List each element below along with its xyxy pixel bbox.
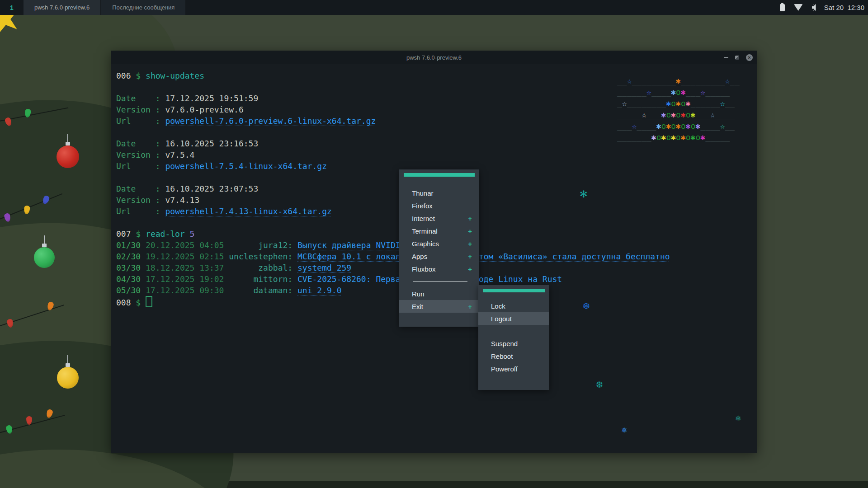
ascii-tree-row: _____☆___✱o✱o✱o✱___☆____: [617, 109, 740, 120]
taskbar-task[interactable]: pwsh 7.6.0-preview.6: [24, 0, 100, 15]
submenu-item-reboot[interactable]: Reboot: [478, 350, 549, 362]
maximize-button[interactable]: [735, 56, 739, 60]
terminal-text: Version :: [116, 195, 165, 205]
terminal-link[interactable]: systemd 259: [297, 263, 351, 272]
menu-item-fluxbox[interactable]: Fluxbox+: [399, 263, 479, 275]
systray: Sat 20 12:30: [780, 0, 868, 15]
terminal-text: Url :: [116, 161, 165, 171]
terminal-text: v7.6.0-preview.6: [165, 105, 243, 114]
snowflake-icon: ❅: [621, 427, 627, 434]
terminal-text: 18.12.2025 13:37: [146, 263, 229, 272]
menu-item-label: Thunar: [412, 189, 434, 197]
terminal-text: v7.4.13: [165, 195, 199, 205]
menu-item-internet[interactable]: Internet+: [399, 212, 479, 225]
ornament-wire: [67, 355, 68, 363]
menu-item-label: Lock: [491, 302, 505, 310]
terminal-line: 007 $ read-lor 5: [116, 228, 670, 239]
terminal-line: Url : powershell-7.5.4-linux-x64.tar.gz: [116, 160, 670, 172]
exit-submenu: LockLogoutSuspendRebootPoweroff: [478, 285, 549, 390]
ascii-tree-row: _______✱o✱o✱o✱o✱o✱_____: [617, 131, 740, 143]
submenu-item-poweroff[interactable]: Poweroff: [478, 362, 549, 375]
ascii-tree-row: _______ _____: [617, 143, 740, 154]
menu-item-exit[interactable]: Exit+: [399, 300, 479, 313]
workspace-indicator[interactable]: 1: [0, 0, 24, 15]
submenu-item-lock[interactable]: Lock: [478, 300, 549, 312]
terminal-text: read-lor: [146, 229, 190, 239]
window-titlebar[interactable]: pwsh 7.6.0-preview.6 ×: [111, 51, 757, 64]
terminal-text: Date :: [116, 139, 165, 148]
submenu-items: LockLogoutSuspendRebootPoweroff: [478, 300, 549, 375]
terminal-text: $: [136, 71, 146, 80]
terminal-text: unclestephen:: [229, 252, 297, 261]
submenu-item-suspend[interactable]: Suspend: [478, 337, 549, 350]
menu-separator: [492, 331, 538, 331]
menu-items: ThunarFirefoxInternet+Terminal+Graphics+…: [399, 187, 479, 313]
ascii-tree-art: __☆_________✱_________☆________☆____✱o✱_…: [617, 75, 740, 154]
terminal-text: Version :: [116, 105, 165, 114]
terminal-text: Url :: [116, 116, 165, 126]
submenu-plus-icon: +: [468, 253, 472, 260]
menu-item-firefox[interactable]: Firefox: [399, 199, 479, 212]
ornament-sphere: [57, 145, 79, 168]
close-button[interactable]: ×: [746, 54, 753, 61]
terminal-link[interactable]: МСВСфера 10.1 с локальным ИИ-ассистентом…: [297, 252, 670, 261]
terminal-line: 02/30 19.12.2025 02:15 unclestephen: МСВ…: [116, 251, 670, 262]
terminal-text: 5: [190, 229, 195, 239]
window-title: pwsh 7.6.0-preview.6: [406, 54, 462, 61]
terminal-text: 17.12.2025 19:51:59: [165, 94, 258, 103]
ornament-cap: [66, 142, 70, 145]
ornament-ball: [57, 367, 79, 389]
submenu-plus-icon: +: [468, 240, 472, 248]
terminal-line: [116, 172, 670, 183]
taskbar-task[interactable]: Последние сообщения: [101, 0, 185, 15]
menu-item-thunar[interactable]: Thunar: [399, 187, 479, 199]
menu-item-label: Apps: [412, 253, 427, 260]
terminal-text: dataman:: [229, 286, 297, 295]
menu-item-apps[interactable]: Apps+: [399, 250, 479, 263]
terminal-line: Date : 16.10.2025 23:16:53: [116, 138, 670, 149]
terminal-text: 16.10.2025 23:16:53: [165, 139, 258, 148]
menu-title-bar[interactable]: [404, 173, 475, 177]
terminal-line: Url : powershell-7.6.0-preview.6-linux-x…: [116, 115, 670, 127]
terminal-text: $: [136, 298, 146, 307]
terminal-line: 01/30 20.12.2025 04:05 jura12: Выпуск др…: [116, 239, 670, 251]
terminal-text: 19.12.2025 02:15: [146, 252, 229, 261]
submenu-plus-icon: +: [468, 303, 472, 310]
terminal-line: 006 $ show-updates: [116, 70, 670, 81]
volume-icon: [812, 4, 815, 11]
submenu-plus-icon: +: [468, 265, 472, 273]
menu-item-graphics[interactable]: Graphics+: [399, 237, 479, 250]
ascii-tree-row: ___☆____✱o✱o✱o✱o✱____☆__: [617, 120, 740, 131]
menu-item-terminal[interactable]: Terminal+: [399, 225, 479, 237]
terminal-link[interactable]: uni 2.9.0: [297, 286, 342, 295]
terminal-cursor: [146, 296, 152, 307]
terminal-text: 17.12.2025 09:30: [146, 286, 229, 295]
snowflake-icon: ❅: [735, 415, 741, 422]
terminal-link[interactable]: powershell-7.6.0-preview.6-linux-x64.tar…: [165, 116, 376, 126]
terminal-text: Url :: [116, 206, 165, 216]
menu-item-label: Poweroff: [491, 365, 518, 373]
terminal-text: 008: [116, 298, 136, 307]
terminal-line: Url : powershell-7.4.13-linux-x64.tar.gz: [116, 206, 670, 217]
terminal-text: 03/30: [116, 263, 146, 272]
window-controls: ×: [724, 51, 753, 64]
ornament-ball: [34, 247, 55, 268]
menu-item-label: Run: [412, 290, 425, 298]
terminal-text: 16.10.2025 23:07:53: [165, 184, 258, 193]
menu-item-label: Reboot: [491, 352, 513, 360]
submenu-title-bar[interactable]: [483, 289, 545, 292]
ornament-wire: [67, 134, 68, 142]
terminal-link[interactable]: powershell-7.5.4-linux-x64.tar.gz: [165, 161, 327, 171]
menu-item-label: Fluxbox: [412, 265, 436, 273]
ornament-cap: [66, 363, 70, 367]
terminal-line: [116, 127, 670, 138]
menu-item-run[interactable]: Run: [399, 287, 479, 300]
fluxbox-root-menu: ThunarFirefoxInternet+Terminal+Graphics+…: [399, 169, 479, 327]
minimize-button[interactable]: [724, 57, 728, 58]
menu-item-label: Suspend: [491, 340, 518, 347]
terminal-text: 01/30: [116, 240, 146, 250]
task-list: pwsh 7.6.0-preview.6Последние сообщения: [24, 0, 186, 15]
terminal-text: jura12:: [229, 240, 297, 250]
terminal-link[interactable]: powershell-7.4.13-linux-x64.tar.gz: [165, 206, 331, 216]
submenu-item-logout[interactable]: Logout: [478, 312, 549, 325]
